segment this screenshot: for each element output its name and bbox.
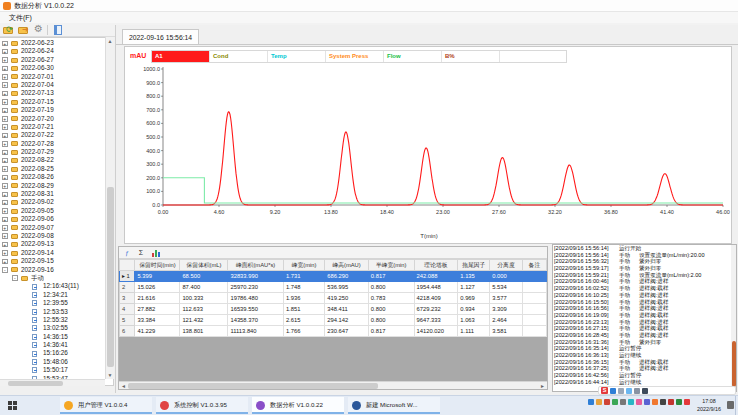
settings-button[interactable]: ⚙ xyxy=(32,24,45,36)
tray-icon[interactable] xyxy=(636,399,642,405)
legend-item-b-[interactable]: B% xyxy=(442,51,500,62)
refresh-data-button[interactable]: ⟳ xyxy=(2,24,15,36)
expander-icon[interactable]: + xyxy=(2,150,8,156)
tree-hscroll-thumb[interactable] xyxy=(8,381,63,386)
tree-date-item[interactable]: +2022-08-26 xyxy=(0,173,104,181)
expander-icon[interactable]: + xyxy=(2,225,8,231)
expander-icon[interactable]: + xyxy=(2,183,8,189)
tray-icon[interactable] xyxy=(596,399,602,405)
tray-icon[interactable] xyxy=(660,399,666,405)
start-button[interactable] xyxy=(0,396,24,415)
table-horizontal-scrollbar[interactable]: ◄ ► xyxy=(119,381,547,390)
expander-icon[interactable]: + xyxy=(2,141,8,147)
function-icon[interactable]: ƒ xyxy=(121,248,133,258)
open-folder-button[interactable]: ➜ xyxy=(17,24,30,36)
expander-icon[interactable]: + xyxy=(2,99,8,105)
tree-date-item[interactable]: +2022-07-01 xyxy=(0,73,104,81)
tree-date-item[interactable]: +2022-09-14 xyxy=(0,249,104,257)
mini-chart-icon[interactable] xyxy=(151,249,163,257)
scroll-left-icon[interactable]: ◄ xyxy=(119,382,128,390)
tree-date-item[interactable]: +2022-06-30 xyxy=(0,64,104,72)
tree-run-item[interactable]: +12:16:43(11) xyxy=(0,282,104,290)
taskbar-app-button[interactable]: 新建 Microsoft W... xyxy=(348,397,440,414)
report-button[interactable] xyxy=(51,24,64,36)
peak-table[interactable]: 保留时间(min)保留体积(mL)峰面积(mAU*s)峰宽(min)峰高(mAU… xyxy=(119,259,547,337)
legend-item-temp[interactable]: Temp xyxy=(268,51,326,62)
scroll-down-icon[interactable]: ▼ xyxy=(106,371,114,379)
ime-mic-icon[interactable] xyxy=(626,388,632,394)
tree-date-item[interactable]: +2022-07-20 xyxy=(0,115,104,123)
tray-icon[interactable] xyxy=(652,399,658,405)
tree-date-item[interactable]: +2022-09-13 xyxy=(0,240,104,248)
tray-icon[interactable] xyxy=(588,399,594,405)
column-header[interactable]: 峰高(mAU) xyxy=(325,260,369,271)
tree-date-item[interactable]: +2022-07-29 xyxy=(0,148,104,156)
tree-date-item[interactable]: +2022-08-29 xyxy=(0,182,104,190)
chromatogram-chart[interactable]: 0.0100.0200.0300.0400.0500.0600.0700.080… xyxy=(125,65,731,231)
ime-chinese-icon[interactable] xyxy=(610,388,616,394)
tree-date-item[interactable]: +2022-07-22 xyxy=(0,131,104,139)
table-row[interactable]: 215.02687.40025970.2301.748536.9950.8001… xyxy=(120,282,547,293)
expander-icon[interactable]: - xyxy=(2,267,8,273)
tray-icon[interactable] xyxy=(644,399,650,405)
tray-icon[interactable] xyxy=(620,399,626,405)
tree-date-item[interactable]: +2022-09-06 xyxy=(0,215,104,223)
tree-date-item[interactable]: +2022-07-13 xyxy=(0,89,104,97)
table-row[interactable]: 427.882112.63316539.5501.851348.4110.800… xyxy=(120,304,547,315)
input-method-bar[interactable]: S xyxy=(598,386,736,395)
taskbar-app-button[interactable]: 系统控制 V1.0.3.95 xyxy=(156,397,248,414)
legend-item-a1[interactable]: A1 xyxy=(152,51,210,62)
column-header[interactable]: 半峰宽(min) xyxy=(368,260,414,271)
taskbar-clock[interactable]: 17:08 2022/9/16 xyxy=(692,397,726,413)
tree-date-item[interactable]: +2022-09-07 xyxy=(0,224,104,232)
expander-icon[interactable]: + xyxy=(2,158,8,164)
tree-date-item[interactable]: +2022-07-04 xyxy=(0,81,104,89)
expander-icon[interactable]: + xyxy=(2,91,8,97)
tray-icon[interactable] xyxy=(676,399,682,405)
notification-icon[interactable] xyxy=(727,401,734,409)
table-row[interactable]: 533.384121.43214358.3702.615294.1420.800… xyxy=(120,315,547,326)
tree-run-item[interactable]: +15:48:06 xyxy=(0,358,104,366)
sogou-logo-icon[interactable]: S xyxy=(601,387,608,394)
table-row[interactable]: 641.229138.80111113.8401.766230.6470.817… xyxy=(120,326,547,337)
expander-icon[interactable]: + xyxy=(2,208,8,214)
tree-date-item[interactable]: +2022-08-31 xyxy=(0,190,104,198)
taskbar-app-button[interactable]: 用户管理 V1.0.0.4 xyxy=(60,397,152,414)
tree-vertical-scrollbar[interactable]: ▲ ▼ xyxy=(105,37,114,379)
ime-keyboard-icon[interactable] xyxy=(618,388,624,394)
column-header[interactable]: 保留时间(min) xyxy=(135,260,180,271)
taskbar-app-active[interactable]: 数据分析 V1.0.0.22 xyxy=(252,397,344,414)
tree-date-item[interactable]: +2022-07-28 xyxy=(0,140,104,148)
column-header[interactable]: 峰宽(min) xyxy=(283,260,324,271)
expander-icon[interactable]: + xyxy=(2,82,8,88)
tree-date-item[interactable]: +2022-07-15 xyxy=(0,98,104,106)
expander-icon[interactable]: + xyxy=(2,259,8,265)
tree-group-item[interactable]: -手动 xyxy=(0,274,104,282)
scroll-right-icon[interactable]: ► xyxy=(538,382,547,390)
tree-run-item[interactable]: +15:16:26 xyxy=(0,349,104,357)
expander-icon[interactable]: + xyxy=(2,166,8,172)
tray-icon[interactable] xyxy=(668,399,674,405)
column-header[interactable]: 理论塔板 xyxy=(414,260,458,271)
tree-date-item[interactable]: +2022-07-21 xyxy=(0,123,104,131)
tree-date-item[interactable]: +2022-06-24 xyxy=(0,47,104,55)
tree-run-item[interactable]: +14:36:41 xyxy=(0,341,104,349)
expander-icon[interactable]: + xyxy=(2,66,8,72)
tree-date-item[interactable]: +2022-08-22 xyxy=(0,156,104,164)
tree-date-item[interactable]: +2022-09-02 xyxy=(0,198,104,206)
expander-icon[interactable]: + xyxy=(2,133,8,139)
tree-date-item[interactable]: +2022-06-27 xyxy=(0,56,104,64)
expander-icon[interactable]: + xyxy=(2,57,8,63)
tab-run[interactable]: 2022-09-16 15:56:14 xyxy=(122,29,199,44)
tree-run-item[interactable]: +12:53:53 xyxy=(0,308,104,316)
menu-file[interactable]: 文件(F) xyxy=(6,12,35,23)
tree-date-item[interactable]: +2022-06-23 xyxy=(0,39,104,47)
table-row[interactable]: ▸ 15.39968.50032833.9901.731686.2900.817… xyxy=(120,271,547,282)
tree-date-item[interactable]: +2022-09-15 xyxy=(0,257,104,265)
tree-date-item[interactable]: +2022-07-19 xyxy=(0,106,104,114)
expander-icon[interactable]: + xyxy=(2,49,8,55)
tree-scroll-thumb[interactable] xyxy=(107,187,114,367)
scroll-up-icon[interactable]: ▲ xyxy=(106,37,114,45)
column-header[interactable]: 分离度 xyxy=(490,260,523,271)
tree-run-item[interactable]: +13:02:55 xyxy=(0,324,104,332)
